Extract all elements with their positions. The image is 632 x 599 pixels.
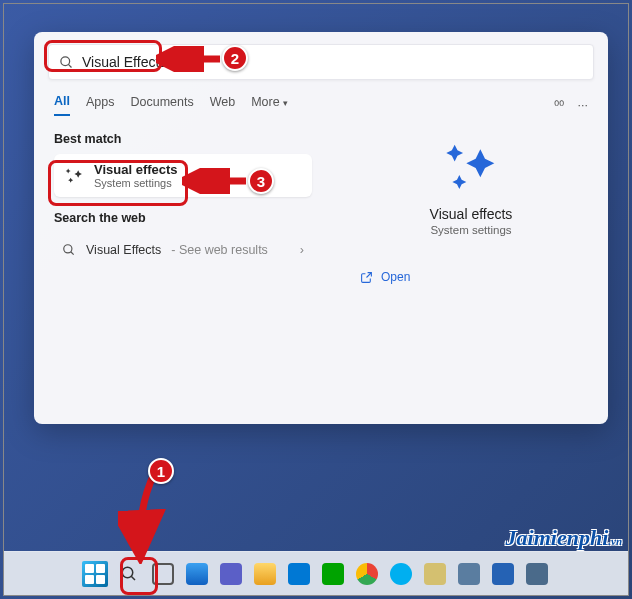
svg-point-4 [122, 567, 133, 578]
chevron-right-icon: › [300, 243, 304, 257]
section-best-match: Best match [54, 132, 334, 146]
best-match-title: Visual effects [94, 162, 178, 177]
best-match-result[interactable]: Visual effects System settings [54, 154, 312, 197]
taskbar-search-icon[interactable] [115, 560, 143, 588]
search-icon [59, 55, 74, 70]
sparkle-icon [64, 166, 84, 186]
taskbar-app-icon[interactable] [455, 560, 483, 588]
open-action[interactable]: Open [360, 270, 410, 284]
taskbar-app-icon[interactable] [421, 560, 449, 588]
account-icon[interactable]: ⁰⁰ [554, 98, 564, 113]
taskbar-app-icon[interactable] [319, 560, 347, 588]
task-view-icon[interactable] [149, 560, 177, 588]
preview-subtitle: System settings [430, 224, 511, 236]
tab-web[interactable]: Web [210, 95, 235, 115]
tab-more[interactable]: More ▾ [251, 95, 288, 115]
tab-apps[interactable]: Apps [86, 95, 115, 115]
search-icon [62, 243, 76, 257]
taskbar-app-icon[interactable] [217, 560, 245, 588]
watermark: Jaimienphi.vn [506, 525, 622, 551]
more-options-icon[interactable]: ··· [578, 98, 588, 113]
chrome-icon[interactable] [353, 560, 381, 588]
search-results-panel: All Apps Documents Web More ▾ ⁰⁰ ··· Bes… [34, 32, 608, 424]
svg-point-0 [61, 56, 70, 65]
taskbar-app-icon[interactable] [523, 560, 551, 588]
search-input-container[interactable] [48, 44, 594, 80]
svg-line-3 [71, 252, 74, 255]
taskbar [4, 551, 628, 595]
annotation-badge-1: 1 [148, 458, 174, 484]
svg-point-2 [64, 245, 72, 253]
sparkle-icon [443, 140, 499, 196]
open-icon [360, 271, 373, 284]
widgets-icon[interactable] [183, 560, 211, 588]
skype-icon[interactable] [387, 560, 415, 588]
taskbar-app-icon[interactable] [489, 560, 517, 588]
preview-title: Visual effects [430, 206, 513, 222]
tab-documents[interactable]: Documents [130, 95, 193, 115]
taskbar-app-icon[interactable] [285, 560, 313, 588]
search-input[interactable] [82, 54, 583, 70]
start-button[interactable] [81, 560, 109, 588]
svg-line-1 [68, 64, 71, 67]
web-result-text: Visual Effects [86, 243, 161, 257]
search-tabs: All Apps Documents Web More ▾ ⁰⁰ ··· [34, 86, 608, 116]
section-search-web: Search the web [54, 211, 334, 225]
result-preview-pane: Visual effects System settings Open [334, 126, 608, 284]
web-result-suffix: - See web results [171, 243, 268, 257]
file-explorer-icon[interactable] [251, 560, 279, 588]
best-match-subtitle: System settings [94, 177, 178, 189]
svg-line-5 [131, 576, 135, 580]
tab-all[interactable]: All [54, 94, 70, 116]
annotation-arrow-1 [118, 468, 168, 564]
web-result-item[interactable]: Visual Effects - See web results › [54, 233, 312, 267]
